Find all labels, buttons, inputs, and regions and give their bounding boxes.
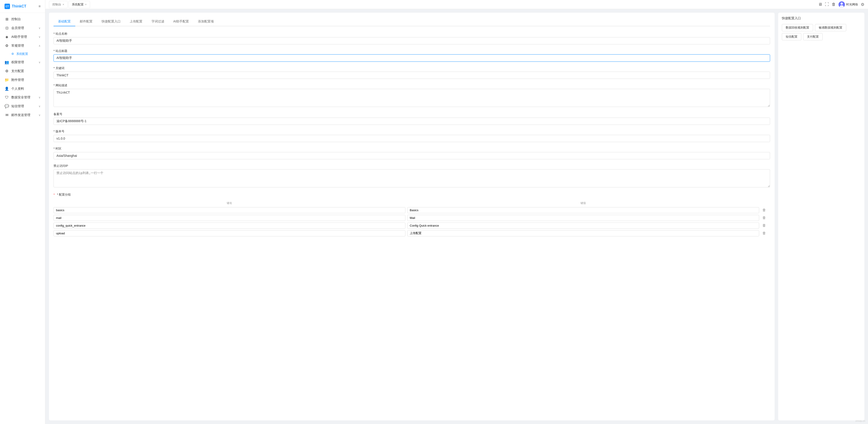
delete-icon[interactable]: 🗑 (832, 2, 836, 7)
ai-icon: ◈ (4, 35, 9, 39)
version-label: * 版本号 (54, 129, 770, 133)
sidebar-item-label: 支付配置 (11, 69, 24, 73)
sidebar-item-email[interactable]: ✉ 邮件发送管理 ∨ (0, 110, 45, 120)
general-icon: ⚙ (4, 43, 9, 48)
sidebar-item-system-config[interactable]: ⚙ 系统配置 (0, 50, 45, 58)
table-row: 🗑 (54, 207, 770, 213)
keyword-input[interactable] (54, 72, 770, 79)
tab-add-config[interactable]: 添加配置项 (193, 17, 218, 26)
banned-ip-input[interactable] (54, 169, 770, 187)
delete-row-button[interactable]: 🗑 (761, 207, 767, 213)
config-key-input[interactable] (54, 215, 405, 221)
tab-label: 系统配置 (72, 2, 84, 7)
version-group: * 版本号 (54, 129, 770, 142)
top-right-actions: 🖥 ⛶ 🗑 时光网络 ⚙ (818, 1, 864, 8)
col-value-header: 键值 (407, 201, 759, 205)
config-value-input[interactable] (407, 230, 759, 236)
config-key-input[interactable] (54, 230, 405, 236)
required-star: * (54, 193, 55, 196)
timezone-group: * 时区 (54, 146, 770, 159)
quick-links: 数据回收规则配置 敏感数据规则配置 短信配置 支付配置 (782, 24, 861, 40)
tab-ai-assistant[interactable]: AI助手配置 (169, 17, 193, 26)
sidebar-item-permission[interactable]: 👥 权限管理 ∨ (0, 58, 45, 67)
sidebar-item-profile[interactable]: 👤 个人资料 (0, 84, 45, 93)
description-label: * 网站描述 (54, 84, 770, 88)
email-icon: ✉ (4, 113, 9, 117)
config-key-input[interactable] (54, 207, 405, 213)
chevron-down-icon: ∨ (38, 27, 40, 30)
right-panel-title: 快捷配置入口 (782, 16, 861, 21)
sidebar-item-payment[interactable]: ⚙ 支付配置 (0, 67, 45, 75)
icp-group: 备案号 (54, 112, 770, 125)
banned-ip-group: 禁止访问IP (54, 164, 770, 188)
delete-row-button[interactable]: 🗑 (761, 215, 767, 221)
dashboard-icon: ⊞ (4, 17, 9, 21)
col-key-header: 键名 (54, 201, 405, 205)
config-group-section: * * 配置分组 键名 键值 🗑 🗑 (54, 193, 770, 236)
site-name-label: * 站点名称 (54, 32, 770, 36)
quick-link-sms-config[interactable]: 短信配置 (782, 33, 801, 40)
sidebar-item-label: 控制台 (11, 17, 21, 21)
sidebar-item-dashboard[interactable]: ⊞ 控制台 (0, 15, 45, 24)
sidebar-menu: ⊞ 控制台 ⊡ 会员管理 ∨ ◈ AI助手管理 ∨ ⚙ 常规管理 ∧ ⚙ 系统配… (0, 13, 45, 424)
permission-icon: 👥 (4, 60, 9, 64)
table-row: 🗑 (54, 222, 770, 229)
config-key-input[interactable] (54, 223, 405, 229)
sidebar-item-sms[interactable]: 💬 短信管理 ∨ (0, 102, 45, 110)
sidebar-toggle-button[interactable]: ≡ (38, 4, 40, 8)
config-value-input[interactable] (407, 207, 759, 213)
sidebar-item-label: 数据安全管理 (11, 95, 30, 99)
version-input[interactable] (54, 135, 770, 142)
watermark: zmvip.cn (856, 420, 865, 422)
icp-label: 备案号 (54, 112, 770, 116)
tab-mail-config[interactable]: 邮件配置 (75, 17, 97, 26)
config-group-header: * * 配置分组 (54, 193, 770, 197)
config-value-input[interactable] (407, 215, 759, 221)
user-info[interactable]: 时光网络 (839, 1, 858, 8)
sidebar: CT ThinkCT ≡ ⊞ 控制台 ⊡ 会员管理 ∨ ◈ AI助手管理 ∨ ⚙… (0, 0, 45, 424)
profile-icon: 👤 (4, 87, 9, 91)
tab-basic-config[interactable]: 基础配置 (54, 17, 75, 26)
tab-system-config[interactable]: 系统配置 × (68, 1, 90, 8)
chevron-down-icon: ∨ (38, 61, 40, 64)
svg-point-1 (841, 2, 843, 5)
table-row: 🗑 (54, 215, 770, 221)
close-icon[interactable]: × (63, 3, 64, 6)
sidebar-item-general[interactable]: ⚙ 常规管理 ∧ (0, 41, 45, 50)
sidebar-item-label: 附件管理 (11, 78, 24, 82)
quick-link-sensitive-data[interactable]: 敏感数据规则配置 (815, 24, 846, 31)
sidebar-item-data-security[interactable]: 🛡 数据安全管理 ∨ (0, 93, 45, 102)
tab-upload-config[interactable]: 上传配置 (125, 17, 147, 26)
sidebar-item-member[interactable]: ⊡ 会员管理 ∨ (0, 24, 45, 32)
tab-dashboard[interactable]: 控制台 × (49, 1, 68, 8)
sidebar-item-attachment[interactable]: 📁 附件管理 (0, 75, 45, 84)
member-icon: ⊡ (4, 26, 9, 30)
timezone-input[interactable] (54, 152, 770, 159)
tab-label: 控制台 (52, 2, 61, 7)
content-area: 基础配置 邮件配置 快捷配置入口 上传配置 字词过滤 AI助手配置 (45, 9, 868, 424)
tab-quick-entrance[interactable]: 快捷配置入口 (97, 17, 125, 26)
shield-icon: 🛡 (4, 95, 9, 99)
delete-row-button[interactable]: 🗑 (761, 222, 767, 229)
table-row: 🗑 (54, 230, 770, 236)
monitor-icon[interactable]: 🖥 (818, 2, 822, 7)
close-icon[interactable]: × (85, 3, 87, 6)
config-value-input[interactable] (407, 223, 759, 229)
expand-icon[interactable]: ⛶ (825, 2, 829, 7)
site-title-group: * 站点标题 (54, 49, 770, 62)
site-title-label: * 站点标题 (54, 49, 770, 53)
inner-tabs: 基础配置 邮件配置 快捷配置入口 上传配置 字词过滤 AI助手配置 (54, 17, 770, 26)
icp-input[interactable] (54, 118, 770, 125)
sidebar-item-ai[interactable]: ◈ AI助手管理 ∨ (0, 32, 45, 41)
chevron-down-icon: ∨ (38, 113, 40, 117)
col-headers: 键名 键值 (54, 199, 770, 207)
tab-word-filter[interactable]: 字词过滤 (147, 17, 169, 26)
quick-link-data-receive[interactable]: 数据回收规则配置 (782, 24, 813, 31)
site-name-input[interactable] (54, 37, 770, 44)
timezone-label: * 时区 (54, 146, 770, 151)
description-input[interactable]: ThinkCT (54, 89, 770, 107)
site-title-input[interactable] (54, 54, 770, 62)
settings-icon[interactable]: ⚙ (861, 2, 864, 7)
delete-row-button[interactable]: 🗑 (761, 230, 767, 236)
quick-link-payment-config[interactable]: 支付配置 (803, 33, 823, 40)
